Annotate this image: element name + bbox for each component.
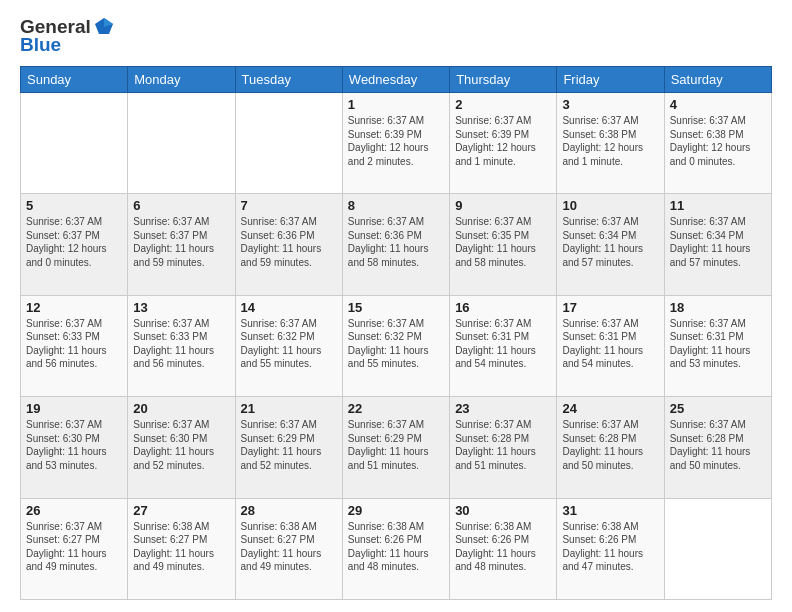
- day-info: Sunrise: 6:37 AM Sunset: 6:34 PM Dayligh…: [670, 215, 766, 269]
- day-info: Sunrise: 6:38 AM Sunset: 6:26 PM Dayligh…: [348, 520, 444, 574]
- day-number: 16: [455, 300, 551, 315]
- day-info: Sunrise: 6:38 AM Sunset: 6:26 PM Dayligh…: [455, 520, 551, 574]
- day-info: Sunrise: 6:37 AM Sunset: 6:36 PM Dayligh…: [348, 215, 444, 269]
- calendar-cell: 15Sunrise: 6:37 AM Sunset: 6:32 PM Dayli…: [342, 295, 449, 396]
- calendar-cell: 2Sunrise: 6:37 AM Sunset: 6:39 PM Daylig…: [450, 93, 557, 194]
- day-number: 8: [348, 198, 444, 213]
- day-info: Sunrise: 6:37 AM Sunset: 6:28 PM Dayligh…: [562, 418, 658, 472]
- calendar-cell: 29Sunrise: 6:38 AM Sunset: 6:26 PM Dayli…: [342, 498, 449, 599]
- day-info: Sunrise: 6:37 AM Sunset: 6:30 PM Dayligh…: [26, 418, 122, 472]
- day-info: Sunrise: 6:37 AM Sunset: 6:33 PM Dayligh…: [133, 317, 229, 371]
- weekday-header-friday: Friday: [557, 67, 664, 93]
- day-number: 15: [348, 300, 444, 315]
- weekday-header-monday: Monday: [128, 67, 235, 93]
- day-number: 19: [26, 401, 122, 416]
- day-info: Sunrise: 6:37 AM Sunset: 6:38 PM Dayligh…: [562, 114, 658, 168]
- calendar-cell: 21Sunrise: 6:37 AM Sunset: 6:29 PM Dayli…: [235, 397, 342, 498]
- calendar-cell: 23Sunrise: 6:37 AM Sunset: 6:28 PM Dayli…: [450, 397, 557, 498]
- day-info: Sunrise: 6:37 AM Sunset: 6:37 PM Dayligh…: [26, 215, 122, 269]
- day-number: 21: [241, 401, 337, 416]
- calendar-cell: 3Sunrise: 6:37 AM Sunset: 6:38 PM Daylig…: [557, 93, 664, 194]
- day-info: Sunrise: 6:37 AM Sunset: 6:33 PM Dayligh…: [26, 317, 122, 371]
- day-number: 18: [670, 300, 766, 315]
- day-number: 26: [26, 503, 122, 518]
- day-info: Sunrise: 6:37 AM Sunset: 6:27 PM Dayligh…: [26, 520, 122, 574]
- calendar-cell: 17Sunrise: 6:37 AM Sunset: 6:31 PM Dayli…: [557, 295, 664, 396]
- day-number: 2: [455, 97, 551, 112]
- week-row-5: 26Sunrise: 6:37 AM Sunset: 6:27 PM Dayli…: [21, 498, 772, 599]
- calendar-cell: 27Sunrise: 6:38 AM Sunset: 6:27 PM Dayli…: [128, 498, 235, 599]
- calendar-cell: 9Sunrise: 6:37 AM Sunset: 6:35 PM Daylig…: [450, 194, 557, 295]
- day-number: 25: [670, 401, 766, 416]
- calendar-cell: 16Sunrise: 6:37 AM Sunset: 6:31 PM Dayli…: [450, 295, 557, 396]
- week-row-3: 12Sunrise: 6:37 AM Sunset: 6:33 PM Dayli…: [21, 295, 772, 396]
- calendar-cell: 31Sunrise: 6:38 AM Sunset: 6:26 PM Dayli…: [557, 498, 664, 599]
- day-info: Sunrise: 6:37 AM Sunset: 6:29 PM Dayligh…: [348, 418, 444, 472]
- calendar-cell: 20Sunrise: 6:37 AM Sunset: 6:30 PM Dayli…: [128, 397, 235, 498]
- day-number: 11: [670, 198, 766, 213]
- day-number: 31: [562, 503, 658, 518]
- calendar-cell: 18Sunrise: 6:37 AM Sunset: 6:31 PM Dayli…: [664, 295, 771, 396]
- day-info: Sunrise: 6:37 AM Sunset: 6:31 PM Dayligh…: [455, 317, 551, 371]
- day-info: Sunrise: 6:38 AM Sunset: 6:27 PM Dayligh…: [241, 520, 337, 574]
- day-info: Sunrise: 6:37 AM Sunset: 6:30 PM Dayligh…: [133, 418, 229, 472]
- day-number: 17: [562, 300, 658, 315]
- day-number: 30: [455, 503, 551, 518]
- day-number: 23: [455, 401, 551, 416]
- weekday-header-wednesday: Wednesday: [342, 67, 449, 93]
- day-info: Sunrise: 6:37 AM Sunset: 6:28 PM Dayligh…: [670, 418, 766, 472]
- day-number: 28: [241, 503, 337, 518]
- header: General Blue: [20, 16, 772, 56]
- calendar-cell: 26Sunrise: 6:37 AM Sunset: 6:27 PM Dayli…: [21, 498, 128, 599]
- weekday-header-tuesday: Tuesday: [235, 67, 342, 93]
- day-info: Sunrise: 6:37 AM Sunset: 6:39 PM Dayligh…: [348, 114, 444, 168]
- day-number: 12: [26, 300, 122, 315]
- day-info: Sunrise: 6:37 AM Sunset: 6:38 PM Dayligh…: [670, 114, 766, 168]
- week-row-1: 1Sunrise: 6:37 AM Sunset: 6:39 PM Daylig…: [21, 93, 772, 194]
- weekday-header-thursday: Thursday: [450, 67, 557, 93]
- calendar-cell: [664, 498, 771, 599]
- day-number: 29: [348, 503, 444, 518]
- calendar-table: SundayMondayTuesdayWednesdayThursdayFrid…: [20, 66, 772, 600]
- day-info: Sunrise: 6:37 AM Sunset: 6:31 PM Dayligh…: [670, 317, 766, 371]
- calendar-cell: [235, 93, 342, 194]
- day-info: Sunrise: 6:37 AM Sunset: 6:32 PM Dayligh…: [348, 317, 444, 371]
- day-info: Sunrise: 6:38 AM Sunset: 6:27 PM Dayligh…: [133, 520, 229, 574]
- day-number: 4: [670, 97, 766, 112]
- calendar-cell: 30Sunrise: 6:38 AM Sunset: 6:26 PM Dayli…: [450, 498, 557, 599]
- day-number: 20: [133, 401, 229, 416]
- day-info: Sunrise: 6:37 AM Sunset: 6:39 PM Dayligh…: [455, 114, 551, 168]
- calendar-cell: 6Sunrise: 6:37 AM Sunset: 6:37 PM Daylig…: [128, 194, 235, 295]
- day-number: 24: [562, 401, 658, 416]
- day-number: 6: [133, 198, 229, 213]
- day-number: 9: [455, 198, 551, 213]
- day-number: 13: [133, 300, 229, 315]
- day-number: 7: [241, 198, 337, 213]
- calendar-cell: 7Sunrise: 6:37 AM Sunset: 6:36 PM Daylig…: [235, 194, 342, 295]
- weekday-header-sunday: Sunday: [21, 67, 128, 93]
- day-info: Sunrise: 6:37 AM Sunset: 6:28 PM Dayligh…: [455, 418, 551, 472]
- calendar-cell: [128, 93, 235, 194]
- day-number: 22: [348, 401, 444, 416]
- weekday-header-saturday: Saturday: [664, 67, 771, 93]
- calendar-cell: [21, 93, 128, 194]
- calendar-cell: 1Sunrise: 6:37 AM Sunset: 6:39 PM Daylig…: [342, 93, 449, 194]
- day-info: Sunrise: 6:37 AM Sunset: 6:34 PM Dayligh…: [562, 215, 658, 269]
- calendar-cell: 10Sunrise: 6:37 AM Sunset: 6:34 PM Dayli…: [557, 194, 664, 295]
- calendar-cell: 11Sunrise: 6:37 AM Sunset: 6:34 PM Dayli…: [664, 194, 771, 295]
- calendar-cell: 22Sunrise: 6:37 AM Sunset: 6:29 PM Dayli…: [342, 397, 449, 498]
- day-info: Sunrise: 6:37 AM Sunset: 6:31 PM Dayligh…: [562, 317, 658, 371]
- calendar-cell: 4Sunrise: 6:37 AM Sunset: 6:38 PM Daylig…: [664, 93, 771, 194]
- week-row-2: 5Sunrise: 6:37 AM Sunset: 6:37 PM Daylig…: [21, 194, 772, 295]
- calendar-cell: 28Sunrise: 6:38 AM Sunset: 6:27 PM Dayli…: [235, 498, 342, 599]
- calendar-cell: 24Sunrise: 6:37 AM Sunset: 6:28 PM Dayli…: [557, 397, 664, 498]
- day-info: Sunrise: 6:37 AM Sunset: 6:29 PM Dayligh…: [241, 418, 337, 472]
- calendar-cell: 12Sunrise: 6:37 AM Sunset: 6:33 PM Dayli…: [21, 295, 128, 396]
- calendar-cell: 13Sunrise: 6:37 AM Sunset: 6:33 PM Dayli…: [128, 295, 235, 396]
- day-number: 1: [348, 97, 444, 112]
- day-number: 14: [241, 300, 337, 315]
- day-number: 3: [562, 97, 658, 112]
- day-number: 5: [26, 198, 122, 213]
- calendar-cell: 25Sunrise: 6:37 AM Sunset: 6:28 PM Dayli…: [664, 397, 771, 498]
- day-number: 10: [562, 198, 658, 213]
